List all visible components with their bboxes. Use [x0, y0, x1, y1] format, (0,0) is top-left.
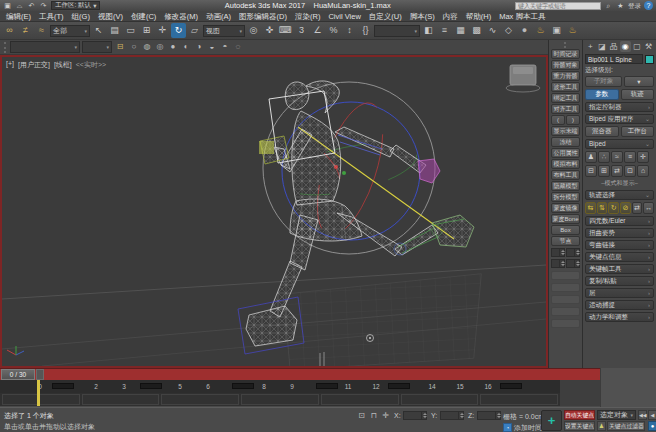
selection-region-icon[interactable]: ▭ — [123, 23, 138, 38]
curve-editor-icon[interactable]: ∿ — [485, 23, 500, 38]
circular-tool-icon-1[interactable]: ○ — [128, 41, 140, 53]
object-color-swatch[interactable] — [645, 55, 654, 64]
select-by-name-icon[interactable]: ▤ — [107, 23, 122, 38]
motion-flow-mode-icon[interactable]: ≈ — [611, 151, 623, 163]
tab-hierarchy[interactable]: 品 — [608, 41, 619, 52]
tool-button[interactable]: 时间记录 — [551, 49, 580, 59]
spinner[interactable] — [574, 260, 579, 267]
tab-create[interactable]: + — [585, 41, 596, 52]
spinner[interactable] — [559, 249, 564, 256]
tool-button[interactable]: 对齐工具 — [551, 104, 580, 114]
absolute-mode-icon[interactable]: ✛ — [380, 410, 391, 421]
circular-tool-icon-6[interactable]: ◑ — [193, 41, 205, 53]
menu-item[interactable]: 创建(C) — [127, 11, 160, 22]
bind-to-space-warp-icon[interactable]: ≈ — [34, 23, 49, 38]
workbench-button[interactable]: 工作台 — [621, 126, 655, 137]
body-rotation-icon[interactable]: ↻ — [608, 202, 619, 214]
star-icon[interactable]: ★ — [616, 1, 625, 10]
tab-utilities[interactable]: ⚒ — [643, 41, 654, 52]
z-coordinate-field[interactable] — [477, 411, 501, 420]
menu-item[interactable]: 内容 — [439, 11, 462, 22]
copy-posture-icon[interactable]: ⊡ — [624, 165, 636, 177]
menu-item[interactable]: Max 脚本工具 — [495, 11, 549, 22]
body-horizontal-icon[interactable]: ⇆ — [585, 202, 596, 214]
set-key-button[interactable]: 设置关键点 — [564, 421, 595, 431]
rollout-biped-apps[interactable]: Biped 应用程序⌄ — [585, 114, 654, 124]
rollout-track-selection[interactable]: 轨迹选择⌄ — [585, 190, 654, 200]
circular-tool-icon-2[interactable]: ◍ — [141, 41, 153, 53]
mixer-mode-icon[interactable]: ≡ — [624, 151, 636, 163]
search-input[interactable] — [515, 2, 601, 10]
rendered-frame-window-icon[interactable]: ▣ — [549, 23, 564, 38]
modes-display-separator[interactable]: –模式和显示– — [585, 179, 654, 188]
rollout-collapsed[interactable]: 运动捕捉› — [585, 300, 654, 310]
keyframe-marker[interactable] — [388, 383, 410, 389]
spinner[interactable] — [421, 412, 426, 419]
in-place-mode-icon[interactable]: ⌂ — [637, 165, 649, 177]
rollout-assign-controller[interactable]: 指定控制器› — [585, 102, 654, 112]
circular-tool-icon-4[interactable]: ● — [167, 41, 179, 53]
time-slider-track[interactable]: 0 / 30 — [0, 368, 600, 380]
rollout-collapsed[interactable]: 复制/粘贴› — [585, 276, 654, 286]
unlink-selection-icon[interactable]: ≠ — [18, 23, 33, 38]
menu-item[interactable]: 图形编辑器(D) — [235, 11, 291, 22]
tool-button[interactable]: 公用属性 — [551, 148, 580, 158]
rollout-collapsed[interactable]: 扭曲姿势› — [585, 228, 654, 238]
tool-value-field[interactable] — [566, 259, 580, 268]
redo-icon[interactable]: ↷ — [39, 1, 48, 10]
menu-item[interactable]: Civil View — [324, 11, 364, 22]
paren-right-button[interactable]: ) — [566, 115, 580, 125]
load-file-icon[interactable]: ⊞ — [598, 165, 610, 177]
tool-button[interactable]: 蒙皮镜像 — [551, 203, 580, 213]
keyframe-marker[interactable] — [52, 383, 74, 389]
spinner[interactable] — [495, 412, 500, 419]
tool-value-field[interactable] — [551, 259, 565, 268]
viewport-shading-label[interactable]: [线框] — [54, 60, 72, 70]
paren-left-button[interactable]: ( — [551, 115, 565, 125]
convert-icon[interactable]: ⇄ — [611, 165, 623, 177]
layer-dropdown[interactable]: ▾ — [10, 41, 80, 53]
track-bar[interactable]: 01234567891011121314151617 — [0, 380, 560, 393]
time-slider-handle[interactable]: 0 / 30 — [1, 369, 35, 380]
auto-key-button[interactable]: 自动关键点 — [564, 410, 595, 420]
key-filter-figure-icon[interactable]: ♟ — [597, 421, 606, 431]
search-icon[interactable]: ⌕ — [604, 1, 613, 10]
move-all-mode-icon[interactable]: ✛ — [637, 151, 649, 163]
tab-motion[interactable]: ◉ — [620, 41, 631, 52]
rollout-collapsed[interactable]: 动力学和调整› — [585, 312, 654, 322]
menu-item[interactable]: 编辑(E) — [2, 11, 35, 22]
rollout-collapsed[interactable]: 层› — [585, 288, 654, 298]
viewport-pov-label[interactable]: [用户正交] — [18, 60, 50, 70]
tool-button[interactable]: 波形工具 — [551, 82, 580, 92]
circular-tool-icon-3[interactable]: ◎ — [154, 41, 166, 53]
y-coordinate-field[interactable] — [440, 411, 464, 420]
mixer-button[interactable]: 混合器 — [585, 126, 619, 137]
spinner[interactable] — [458, 412, 463, 419]
tool-button[interactable]: 隐藏模型 — [551, 181, 580, 191]
is </button>olate-selection-icon[interactable]: ⊡ — [356, 410, 367, 421]
x-coordinate-field[interactable] — [403, 411, 427, 420]
tool-button[interactable]: 绑定工具 — [551, 93, 580, 103]
keyframe-marker[interactable] — [316, 383, 338, 389]
symmetrical-icon[interactable]: ⇄ — [632, 202, 643, 214]
track-strip[interactable] — [0, 393, 560, 406]
material-editor-icon[interactable]: ● — [517, 23, 532, 38]
select-and-manipulate-icon[interactable]: ✜ — [262, 23, 277, 38]
save-icon[interactable]: ⌓ — [15, 1, 24, 10]
mirror-icon[interactable]: ◧ — [421, 23, 436, 38]
current-frame-marker[interactable] — [37, 380, 40, 406]
reference-coordinate-dropdown[interactable]: 视图▾ — [203, 25, 245, 37]
window-crossing-icon[interactable]: ⊞ — [139, 23, 154, 38]
viewport-menu-plus[interactable]: [+] — [6, 60, 14, 70]
render-production-icon[interactable]: ♨ — [565, 23, 580, 38]
schematic-view-icon[interactable]: ◇ — [501, 23, 516, 38]
viewport[interactable]: [+] [用户正交] [线框] <<实时>> — [0, 55, 548, 368]
tab-modify[interactable]: ◪ — [597, 41, 608, 52]
tool-button[interactable]: 骨骼对象 — [551, 60, 580, 70]
menu-item[interactable]: 自定义(U) — [365, 11, 406, 22]
tool-button[interactable]: 节点 — [551, 236, 580, 246]
menu-item[interactable]: 修改器(M) — [160, 11, 202, 22]
menu-item[interactable]: 动画(A) — [202, 11, 235, 22]
app-logo-icon[interactable]: ▣ — [3, 1, 12, 10]
time-slider-step-button[interactable] — [36, 369, 44, 380]
